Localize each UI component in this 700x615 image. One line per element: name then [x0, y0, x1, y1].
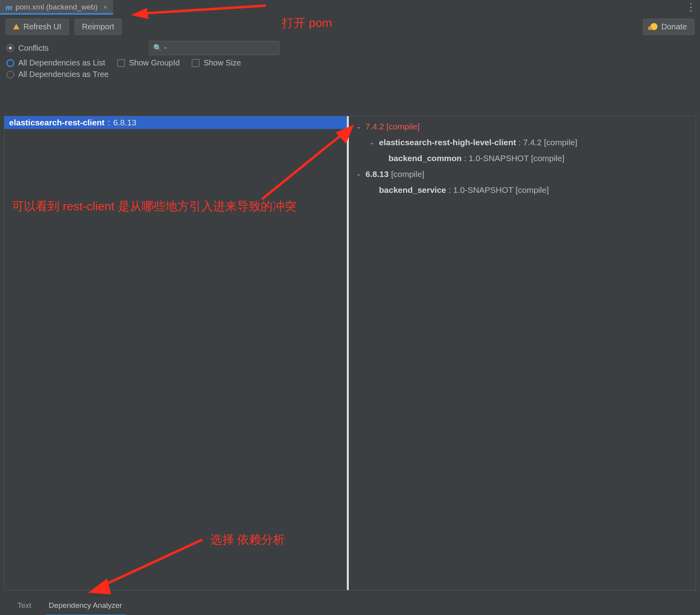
dependency-list-item-selected[interactable]: elasticsearch-rest-client : 6.8.13 [4, 116, 347, 129]
tree-node-version-742[interactable]: ⌄ 7.4.2 [compile] [351, 119, 696, 135]
close-icon[interactable]: × [103, 3, 108, 12]
tree-node-version-6813[interactable]: ⌄ 6.8.13 [compile] [351, 166, 696, 182]
editor-tab-bar: m pom.xml (backend_web) × ⋮ [0, 0, 700, 15]
dependency-version: 6.8.13 [113, 118, 136, 127]
dependency-tree-pane[interactable]: ⌄ 7.4.2 [compile] ⌄ elasticsearch-rest-h… [349, 116, 696, 590]
tree-node-backend-service[interactable]: backend_service : 1.0-SNAPSHOT [compile] [351, 182, 696, 198]
donate-label: Donate [662, 22, 687, 31]
radio-all-tree[interactable]: All Dependencies as Tree [6, 70, 109, 79]
maven-icon: m [6, 2, 12, 12]
reimport-button[interactable]: Reimport [75, 19, 122, 35]
tree-node-meta: : 1.0-SNAPSHOT [compile] [464, 150, 564, 166]
bottom-tab-text[interactable]: Text [16, 598, 33, 613]
warning-icon [13, 24, 19, 29]
dependency-split-panel: elasticsearch-rest-client : 6.8.13 ⌄ 7.4… [4, 116, 696, 590]
radio-all-tree-label: All Dependencies as Tree [18, 70, 109, 79]
radio-conflicts-label: Conflicts [18, 44, 49, 53]
search-field[interactable]: 🔍 ▾ [149, 41, 280, 55]
tree-node-label: 7.4.2 [compile] [365, 119, 420, 135]
tree-node-name: 6.8.13 [365, 166, 388, 182]
filter-row-2: All Dependencies as List Show GroupId Sh… [0, 57, 700, 70]
bottom-tab-analyzer-label: Dependency Analyzer [49, 601, 122, 609]
dependency-list-pane[interactable]: elasticsearch-rest-client : 6.8.13 [4, 116, 349, 590]
chevron-down-icon[interactable]: ▾ [164, 45, 167, 51]
radio-icon [6, 44, 14, 52]
search-icon: 🔍 [153, 44, 162, 52]
refresh-ui-label: Refresh UI [23, 22, 62, 31]
donate-button[interactable]: Donate [643, 19, 695, 35]
checkbox-icon [192, 59, 200, 67]
kebab-menu-icon[interactable]: ⋮ [682, 0, 700, 14]
chevron-down-icon[interactable]: ⌄ [356, 121, 363, 133]
radio-all-list[interactable]: All Dependencies as List [6, 58, 105, 67]
tree-node-backend-common[interactable]: backend_common : 1.0-SNAPSHOT [compile] [351, 150, 696, 166]
checkbox-icon [117, 59, 125, 67]
check-show-size[interactable]: Show Size [192, 58, 241, 67]
donate-icon [650, 23, 658, 30]
tree-node-name: elasticsearch-rest-high-level-client [379, 135, 516, 150]
tab-label: pom.xml (backend_web) [15, 3, 98, 12]
toolbar: Refresh UI Reimport Donate [0, 15, 700, 38]
reimport-label: Reimport [82, 22, 114, 31]
chevron-down-icon[interactable]: ⌄ [369, 136, 377, 148]
dependency-name: elasticsearch-rest-client [9, 118, 104, 127]
refresh-ui-button[interactable]: Refresh UI [6, 19, 69, 35]
bottom-tab-bar: Text Dependency Analyzer [0, 595, 700, 615]
filter-row-1: Conflicts 🔍 ▾ [0, 38, 700, 57]
check-show-groupid[interactable]: Show GroupId [117, 58, 180, 67]
chevron-down-icon[interactable]: ⌄ [356, 168, 363, 180]
bottom-tab-text-label: Text [17, 601, 31, 609]
radio-all-list-label: All Dependencies as List [18, 58, 105, 67]
check-show-size-label: Show Size [204, 58, 241, 67]
tree-node-meta: : 1.0-SNAPSHOT [compile] [448, 182, 549, 198]
filter-row-3: All Dependencies as Tree [0, 70, 700, 81]
tree-node-meta: [compile] [391, 166, 424, 182]
tree-node-meta: : 7.4.2 [compile] [518, 135, 577, 150]
radio-conflicts[interactable]: Conflicts [6, 44, 49, 53]
dependency-sep: : [108, 118, 110, 127]
search-input[interactable] [169, 44, 275, 52]
bottom-tab-dependency-analyzer[interactable]: Dependency Analyzer [47, 598, 124, 613]
tree-node-name: backend_common [388, 150, 462, 166]
radio-icon [6, 59, 14, 67]
editor-tab-pom[interactable]: m pom.xml (backend_web) × [0, 0, 113, 14]
dependency-tree: ⌄ 7.4.2 [compile] ⌄ elasticsearch-rest-h… [351, 119, 696, 198]
check-show-groupid-label: Show GroupId [129, 58, 180, 67]
radio-icon [6, 71, 14, 79]
tree-node-hl-client[interactable]: ⌄ elasticsearch-rest-high-level-client :… [351, 135, 696, 150]
tree-node-name: backend_service [379, 182, 446, 198]
